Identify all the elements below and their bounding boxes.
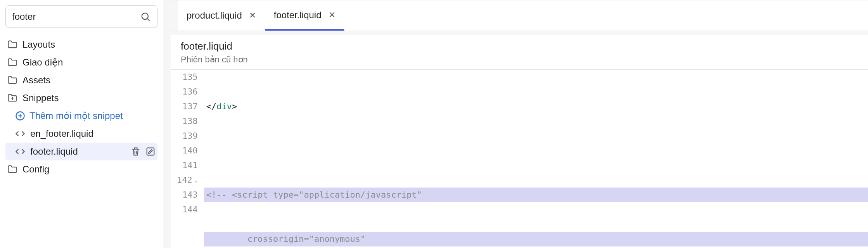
tree-label: Config — [22, 164, 49, 175]
code-line: </div> — [204, 99, 868, 114]
older-versions-link[interactable]: Phiên bản cũ hơn — [181, 55, 858, 65]
tree-item-assets[interactable]: Assets — [5, 71, 157, 89]
tree-label: Giao diện — [22, 57, 63, 68]
trash-icon[interactable] — [130, 146, 141, 157]
fold-icon[interactable]: ⌄ — [194, 173, 198, 188]
svg-point-0 — [142, 13, 148, 19]
code-file-icon — [15, 128, 26, 139]
tab-label: footer.liquid — [274, 10, 322, 21]
line-gutter: 135 136 137 138 139 140 141 142⌄ 143 144 — [171, 70, 202, 248]
plus-circle-icon — [15, 110, 26, 121]
code-file-icon — [15, 146, 26, 157]
folder-icon — [7, 57, 18, 68]
close-icon[interactable]: ✕ — [249, 11, 256, 20]
tree-label: en_footer.liquid — [30, 128, 93, 139]
tabs-bar: product.liquid ✕ footer.liquid ✕ — [171, 0, 868, 31]
folder-icon — [7, 75, 18, 86]
tree-item-themes[interactable]: Giao diện — [5, 53, 157, 71]
tree-label: Assets — [22, 75, 50, 86]
edit-icon[interactable] — [145, 146, 156, 157]
search-input-wrap[interactable] — [5, 5, 157, 28]
svg-rect-7 — [147, 148, 154, 155]
search-icon[interactable] — [140, 11, 151, 22]
code-line — [204, 143, 868, 158]
tree-label: Layouts — [22, 39, 55, 50]
file-title: footer.liquid — [181, 40, 858, 52]
code-editor[interactable]: 135 136 137 138 139 140 141 142⌄ 143 144… — [171, 70, 868, 248]
code-line: crossorigin="anonymous" — [204, 232, 868, 246]
svg-line-1 — [147, 19, 149, 21]
tree-item-config[interactable]: Config — [5, 160, 157, 178]
folder-download-icon — [7, 93, 18, 103]
folder-icon — [7, 39, 18, 50]
add-snippet-button[interactable]: Thêm mới một snippet — [5, 107, 157, 125]
add-snippet-label: Thêm mới một snippet — [29, 110, 123, 121]
tree-file-footer[interactable]: footer.liquid — [5, 143, 157, 160]
tree-item-snippets[interactable]: Snippets — [5, 89, 157, 107]
tree-label: footer.liquid — [30, 146, 78, 157]
search-input[interactable] — [12, 11, 140, 22]
tree-item-layouts[interactable]: Layouts — [5, 36, 157, 53]
folder-icon — [7, 164, 18, 175]
tab-label: product.liquid — [187, 10, 242, 21]
tree-file-en-footer[interactable]: en_footer.liquid — [5, 125, 157, 143]
tab-footer[interactable]: footer.liquid ✕ — [265, 0, 344, 31]
main-panel: product.liquid ✕ footer.liquid ✕ footer.… — [171, 0, 868, 248]
code-area[interactable]: </div> <!-- <script type="application/ja… — [202, 70, 868, 248]
code-line: <!-- <script type="application/javascrip… — [204, 188, 868, 202]
tab-product[interactable]: product.liquid ✕ — [178, 0, 265, 31]
sidebar: Layouts Giao diện Assets Snippets Thêm m… — [0, 0, 163, 248]
file-header: footer.liquid Phiên bản cũ hơn — [171, 35, 868, 70]
close-icon[interactable]: ✕ — [329, 11, 335, 19]
tree-label: Snippets — [22, 93, 59, 103]
